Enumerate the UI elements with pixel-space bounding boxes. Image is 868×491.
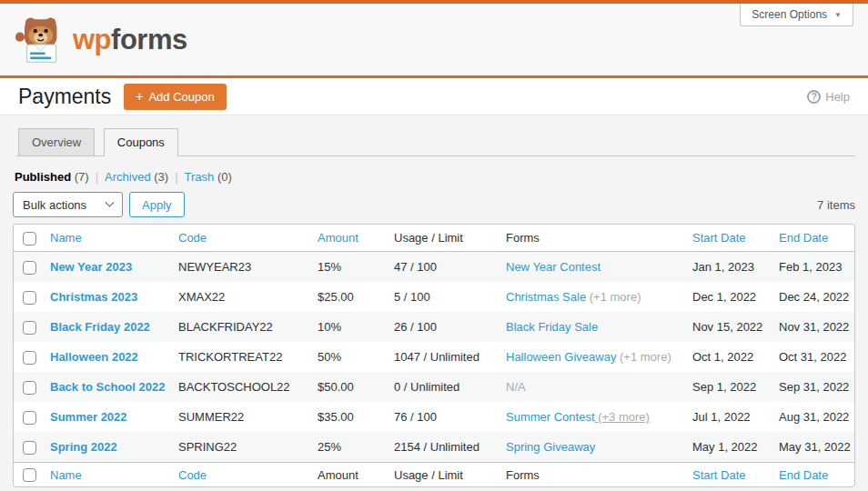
row-checkbox-cell [14,372,41,402]
select-all-checkbox[interactable] [23,232,36,246]
forms-more-label[interactable]: (+3 more) [595,410,650,424]
tab-overview[interactable]: Overview [18,128,95,155]
apply-button[interactable]: Apply [129,192,185,217]
coupon-name-link[interactable]: Christmas 2023 [50,290,137,304]
coupon-amount-cell: 15% [308,252,385,282]
row-checkbox[interactable] [23,321,36,335]
column-header-amount[interactable]: Amount [308,225,385,252]
tab-coupons[interactable]: Coupons [104,128,178,156]
select-all-checkbox[interactable] [23,468,36,482]
tab-bar: Overview Coupons [16,127,855,156]
form-link[interactable]: Halloween Giveaway [506,350,616,364]
screen-options-button[interactable]: Screen Options ▼ [740,4,853,26]
top-toolbar: Bulk actions Apply 7 items [13,192,855,217]
coupon-name-cell: Halloween 2022 [41,342,169,372]
coupon-usage-cell: 47 / 100 [385,252,497,282]
wpforms-bear-icon [15,15,64,65]
column-header-start-date[interactable]: Start Date [683,225,770,252]
coupon-forms-cell: Black Friday Sale [497,312,683,342]
content-area: Overview Coupons Published (7)|Archived … [0,127,868,491]
coupon-amount-cell: 10% [308,312,385,342]
add-coupon-button[interactable]: + Add Coupon [124,84,226,110]
table-footer-row: NameCodeAmountUsage / LimitFormsStart Da… [14,462,855,486]
filter-trash[interactable]: Trash (0) [185,170,232,184]
coupon-name-link[interactable]: Spring 2022 [50,440,117,454]
coupon-name-cell: Black Friday 2022 [41,312,169,342]
row-checkbox[interactable] [23,441,36,455]
help-link[interactable]: ? Help [807,90,850,104]
form-link[interactable]: New Year Contest [506,260,601,274]
form-link[interactable]: Black Friday Sale [506,320,598,334]
coupon-name-cell: Back to School 2022 [41,372,169,402]
coupon-code-cell: TRICKORTREAT22 [169,342,308,372]
coupon-start-date-cell: May 1, 2022 [683,432,770,462]
coupon-amount-cell: $25.00 [308,282,385,312]
coupon-name-cell: Spring 2022 [41,432,169,462]
coupon-usage-cell: 2154 / Unlimited [385,432,497,462]
row-checkbox[interactable] [23,261,36,275]
divider: | [175,170,177,184]
column-header-end-date[interactable]: End Date [770,462,855,486]
add-coupon-label: Add Coupon [148,90,214,104]
plus-icon: + [136,90,143,103]
column-header-code[interactable]: Code [169,462,308,486]
table-header-row: NameCodeAmountUsage / LimitFormsStart Da… [14,225,855,252]
coupon-amount-cell: 25% [308,432,385,462]
coupon-usage-cell: 0 / Unlimited [385,372,497,402]
coupon-amount-cell: $50.00 [308,372,385,402]
column-header-end-date[interactable]: End Date [770,225,855,252]
forms-more-label: (+1 more) [586,290,641,304]
coupon-name-cell: New Year 2023 [41,252,169,282]
form-link[interactable]: Spring Giveaway [506,440,595,454]
filter-published[interactable]: Published (7) [15,170,89,184]
coupon-amount-cell: 50% [308,342,385,372]
coupon-end-date-cell: Sep 31, 2022 [770,372,855,402]
row-checkbox[interactable] [23,351,36,365]
coupon-start-date-cell: Jul 1, 2022 [683,402,770,432]
row-checkbox[interactable] [23,381,36,395]
coupon-end-date-cell: Oct 31, 2022 [770,342,855,372]
column-header-name[interactable]: Name [41,462,169,486]
coupon-name-link[interactable]: New Year 2023 [50,260,132,274]
filter-archived[interactable]: Archived (3) [105,170,168,184]
coupon-end-date-cell: Nov 31, 2022 [770,312,855,342]
coupon-code-cell: NEWYEAR23 [169,252,308,282]
wpforms-logo: wpforms [15,15,187,65]
row-checkbox-cell [14,312,41,342]
row-checkbox-cell [14,252,41,282]
coupon-usage-cell: 26 / 100 [385,312,497,342]
coupon-name-link[interactable]: Summer 2022 [50,410,127,424]
form-link[interactable]: Summer Contest [506,410,595,424]
coupon-end-date-cell: Aug 31, 2022 [770,402,855,432]
coupon-usage-cell: 1047 / Unlimited [385,342,497,372]
coupon-name-link[interactable]: Back to School 2022 [50,380,165,394]
column-header-start-date[interactable]: Start Date [683,462,770,486]
coupon-forms-cell: Halloween Giveaway (+1 more) [497,342,683,372]
coupon-code-cell: SPRING22 [169,432,308,462]
bulk-actions-select[interactable]: Bulk actions [13,192,123,217]
coupon-start-date-cell: Jan 1, 2023 [683,252,770,282]
coupon-name-cell: Summer 2022 [41,402,169,432]
coupon-end-date-cell: Feb 1, 2023 [770,252,855,282]
status-filter-links: Published (7)|Archived (3)|Trash (0) [15,170,855,184]
coupon-code-cell: SUMMER22 [169,402,308,432]
row-checkbox-cell [14,342,41,372]
coupon-name-link[interactable]: Black Friday 2022 [50,320,150,334]
screen-options-label: Screen Options [752,8,827,21]
column-header-code[interactable]: Code [169,225,308,252]
help-label: Help [825,90,850,104]
form-link[interactable]: Christmas Sale [506,290,586,304]
coupon-name-link[interactable]: Halloween 2022 [50,350,138,364]
column-header-name[interactable]: Name [41,225,169,252]
row-checkbox[interactable] [23,411,36,425]
coupon-start-date-cell: Sep 1, 2022 [683,372,770,402]
table-row: New Year 2023NEWYEAR2315%47 / 100New Yea… [14,252,855,282]
forms-na-label: N/A [506,380,526,394]
coupon-forms-cell: N/A [497,372,683,402]
page-title: Payments [18,85,111,109]
row-checkbox[interactable] [23,291,36,305]
coupon-start-date-cell: Dec 1, 2022 [683,282,770,312]
table-row: Back to School 2022BACKTOSCHOOL22$50.000… [14,372,855,402]
help-icon: ? [807,90,821,104]
coupon-start-date-cell: Oct 1, 2022 [683,342,770,372]
